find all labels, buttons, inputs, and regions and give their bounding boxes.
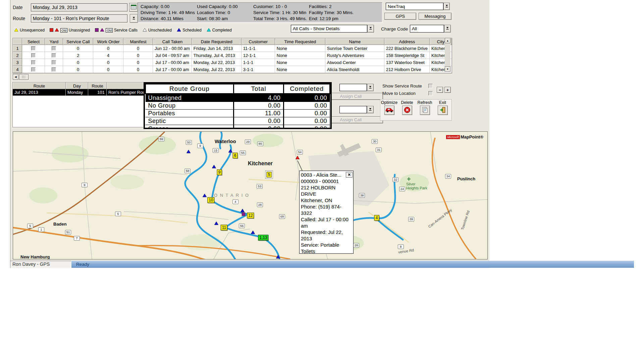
cell-service_call: 0 bbox=[63, 66, 93, 73]
column-header[interactable]: Address bbox=[384, 38, 430, 45]
close-icon[interactable]: ✕ bbox=[346, 172, 353, 178]
column-header[interactable]: Work Order bbox=[93, 38, 123, 45]
road-shield: 32 bbox=[392, 177, 398, 182]
show-service-route-checkbox[interactable] bbox=[428, 84, 433, 88]
unassigned-call-marker[interactable] bbox=[296, 156, 300, 160]
scheduled-call-marker[interactable] bbox=[276, 255, 280, 259]
exit-button[interactable] bbox=[438, 106, 448, 115]
move-to-location-checkbox[interactable] bbox=[428, 91, 433, 96]
region-label: O N T A R I O bbox=[214, 193, 249, 198]
legend-label: Service Calls bbox=[114, 28, 138, 33]
route-group-row[interactable]: Grease0.000.00 bbox=[146, 125, 330, 129]
refresh-button[interactable] bbox=[420, 106, 430, 115]
column-header[interactable]: Route bbox=[88, 82, 107, 89]
legend-item-unsequenced: Unsequenced bbox=[14, 28, 45, 33]
scroll-down-button[interactable]: ▼ bbox=[445, 66, 450, 72]
cell-call_taken: Jul 17 - 00:00 am bbox=[153, 66, 192, 73]
column-header[interactable]: Name bbox=[325, 38, 384, 45]
column-header[interactable]: Manifest bbox=[123, 38, 153, 45]
select-checkbox[interactable] bbox=[31, 53, 36, 58]
column-header[interactable]: Service Call bbox=[63, 38, 93, 45]
delete-button[interactable] bbox=[402, 106, 412, 115]
route-stop-marker[interactable]: 5 bbox=[267, 172, 272, 178]
column-header[interactable]: Select bbox=[22, 38, 45, 45]
assign-route-dropdown-button[interactable] bbox=[367, 84, 374, 91]
calls-filter-select[interactable]: All Calls - Show Details bbox=[291, 25, 367, 33]
select-checkbox[interactable] bbox=[31, 67, 36, 72]
column-header[interactable] bbox=[13, 38, 22, 45]
select-checkbox[interactable] bbox=[31, 46, 36, 51]
yard-checkbox[interactable] bbox=[52, 67, 56, 72]
route-stop-marker[interactable]: 1,13 bbox=[258, 235, 268, 241]
summary-stat: Customer: 10 - 0 bbox=[253, 4, 306, 10]
yard-checkbox[interactable] bbox=[52, 53, 56, 58]
cell-date: Jul 29, 2013 bbox=[13, 89, 66, 96]
summary-stat: Location Time: 0 bbox=[197, 10, 251, 16]
optimize-button[interactable] bbox=[384, 106, 394, 115]
messaging-button[interactable]: Messaging bbox=[419, 13, 451, 20]
route-dropdown-button[interactable] bbox=[130, 14, 138, 23]
route-stop-marker[interactable]: 12 bbox=[247, 213, 254, 219]
scheduled-call-marker[interactable] bbox=[240, 208, 245, 213]
yard-checkbox[interactable] bbox=[52, 46, 56, 51]
table-row[interactable]: 4000Jul 17 - 00:00 amMonday, Jul 22, 201… bbox=[13, 66, 452, 73]
road-shield: 34 bbox=[445, 174, 451, 179]
date-input[interactable] bbox=[31, 3, 127, 11]
callout-line: Called: Jul 17 - 00:00 am bbox=[301, 216, 352, 229]
column-header[interactable]: Day bbox=[66, 82, 88, 89]
column-header[interactable]: Call Taken bbox=[153, 38, 192, 45]
calendar-button[interactable] bbox=[129, 3, 138, 12]
hscroll-thumb[interactable] bbox=[19, 74, 29, 80]
scheduled-call-marker[interactable] bbox=[214, 221, 219, 225]
zoom-out-button[interactable]: − bbox=[437, 87, 443, 93]
route-group-row[interactable]: Unassigned4.000.00 bbox=[146, 94, 330, 102]
road-shield: 6 bbox=[115, 212, 121, 216]
action-refresh: Refresh bbox=[416, 100, 434, 120]
charge-code-label: Charge Code bbox=[381, 26, 408, 32]
tracking-provider-dropdown-button[interactable] bbox=[443, 3, 450, 10]
table-row[interactable]: 3000Jul 17 - 00:00 amMonday, Jul 22, 201… bbox=[13, 59, 452, 66]
legend-item-scheduled: Scheduled bbox=[177, 28, 202, 33]
column-header[interactable]: Customer bbox=[241, 38, 275, 45]
calls-filter-dropdown-button[interactable] bbox=[367, 25, 374, 33]
scheduled-call-marker[interactable] bbox=[212, 165, 216, 169]
route-group-row[interactable]: No Group0.000.00 bbox=[146, 102, 330, 110]
scroll-left-button[interactable]: ◀ bbox=[13, 74, 18, 80]
tracking-provider-select[interactable]: NexTraq bbox=[386, 3, 443, 10]
column-header[interactable]: Route bbox=[13, 82, 66, 89]
assign-route-select-2[interactable] bbox=[339, 106, 367, 113]
column-header[interactable]: Time Requested bbox=[275, 38, 325, 45]
column-header[interactable]: Date Requested bbox=[192, 38, 241, 45]
route-input[interactable] bbox=[31, 14, 127, 22]
cell-service_call: 0 bbox=[63, 45, 93, 52]
route-group-row[interactable]: Septic0.000.00 bbox=[146, 117, 330, 125]
scheduled-call-marker[interactable] bbox=[186, 149, 191, 154]
scheduled-call-marker[interactable] bbox=[228, 149, 233, 153]
zoom-in-button[interactable]: + bbox=[444, 87, 451, 93]
route-group-row[interactable]: Portables11.000.00 bbox=[146, 110, 330, 117]
route-stop-marker[interactable]: 11 bbox=[221, 225, 227, 231]
scheduled-call-marker[interactable] bbox=[203, 193, 207, 197]
scroll-up-button[interactable]: ▲ bbox=[445, 38, 450, 43]
assign-route-select[interactable] bbox=[339, 84, 367, 91]
map-canvas[interactable]: Microsoft MapPoint® O N T A R I O Silver… bbox=[13, 131, 488, 259]
route-stop-marker[interactable]: 9 bbox=[217, 170, 222, 175]
calls-table-vscrollbar[interactable]: ▲ ▼ bbox=[445, 38, 450, 72]
select-checkbox[interactable] bbox=[31, 60, 36, 65]
charge-code-select[interactable]: All bbox=[410, 25, 444, 33]
gps-button[interactable]: GPS bbox=[384, 13, 416, 20]
assign-route-dropdown-button-2[interactable] bbox=[367, 106, 374, 113]
table-row[interactable]: 1000Jun 12 - 00:00 amFriday, Jun 14, 201… bbox=[13, 45, 452, 52]
cell-name: Rusty's Adventures bbox=[325, 52, 384, 59]
old-service-call-marker[interactable] bbox=[242, 213, 246, 216]
route-stop-marker[interactable]: 6 bbox=[233, 153, 238, 159]
column-header[interactable]: Yard bbox=[45, 38, 63, 45]
route-stop-marker[interactable]: 4 bbox=[374, 215, 379, 221]
table-row[interactable]: 2240Jul 04 - 09:57 amThursday, Jul 4, 20… bbox=[13, 52, 452, 59]
charge-code-dropdown-button[interactable] bbox=[444, 25, 451, 33]
yard-checkbox[interactable] bbox=[52, 60, 56, 65]
cell-name: Sunrise Town Center bbox=[325, 45, 384, 52]
cell-work_order: 0 bbox=[93, 45, 123, 52]
route-stop-marker[interactable]: 10 bbox=[207, 197, 214, 203]
scheduled-call-marker[interactable] bbox=[251, 230, 255, 234]
